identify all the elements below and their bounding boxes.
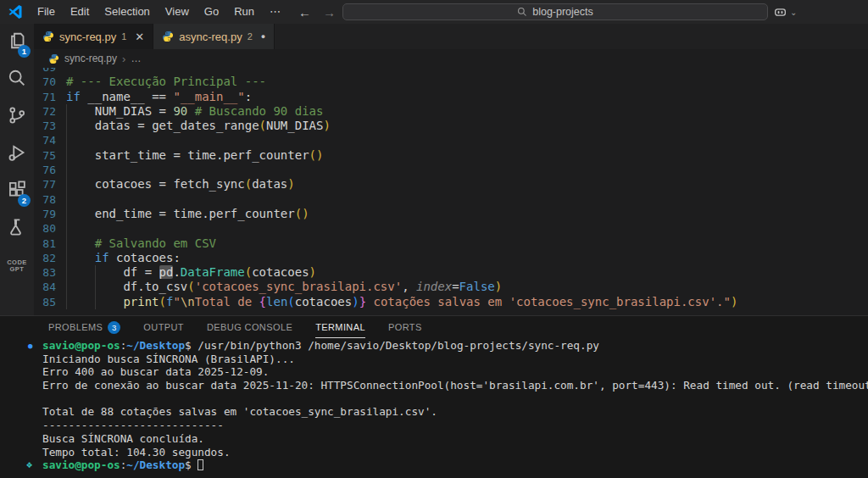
breadcrumb-more[interactable]: … — [131, 53, 141, 64]
indent-guide — [66, 133, 95, 147]
indent-guide — [66, 207, 95, 221]
forward-arrow-icon[interactable]: → — [323, 5, 336, 19]
indent-guide — [66, 148, 95, 163]
terminal[interactable]: ●savio@pop-os:~/Desktop$ /usr/bin/python… — [42, 339, 868, 478]
indent-guide — [66, 104, 95, 119]
tab-async-req[interactable]: async-req.py 2 ● — [153, 24, 275, 49]
line-number: 84 — [34, 280, 66, 294]
menu-selection[interactable]: Selection — [97, 0, 157, 24]
menu-⋯[interactable]: ⋯ — [262, 0, 288, 24]
tab-sync-req[interactable]: sync-req.py 1 ✕ — [34, 24, 153, 49]
code-token: " — [173, 295, 180, 308]
code-token: pd — [159, 265, 174, 279]
code-token: index — [416, 280, 452, 293]
code-token: ) — [495, 280, 502, 293]
panel-tabbar: PROBLEMS3OUTPUTDEBUG CONSOLETERMINALPORT… — [0, 316, 868, 338]
activity-item-explorer[interactable]: 1 — [0, 24, 34, 61]
code-token: () — [309, 148, 324, 162]
code-token: ( — [187, 280, 194, 293]
code-line[interactable]: 82if cotacoes: — [34, 251, 868, 265]
panel-tab-label: PORTS — [388, 322, 422, 332]
code-token: start_time = time.perf_counter — [95, 148, 309, 162]
code-token: DataFrame — [181, 265, 245, 279]
code-token: ) — [323, 119, 330, 132]
indent-guide — [66, 265, 95, 280]
code-line[interactable]: 84df.to_csv('cotacoes_sync_brasilapi.csv… — [34, 280, 868, 294]
code-line[interactable]: 80 — [34, 221, 868, 236]
code-token: ) — [309, 265, 316, 279]
terminal-text: ---------------------------- — [42, 419, 224, 431]
panel-tab-problems[interactable]: PROBLEMS3 — [48, 316, 120, 338]
panel-tab-debug-console[interactable]: DEBUG CONSOLE — [207, 316, 292, 338]
search-value: blog-projects — [532, 6, 593, 18]
panel-tab-label: PROBLEMS — [48, 322, 103, 332]
code-token: __name__ == — [81, 90, 174, 103]
activity-item-search[interactable] — [0, 61, 34, 98]
panel-tab-output[interactable]: OUTPUT — [143, 316, 184, 338]
code-line[interactable]: 85print(f"\nTotal de {len(cotacoes)} cot… — [34, 295, 868, 309]
terminal-text: Tempo total: 104.30 segundos. — [42, 446, 231, 459]
code-line[interactable]: 75start_time = time.perf_counter() — [34, 148, 868, 163]
close-icon[interactable]: ✕ — [135, 31, 144, 43]
source-control-icon — [7, 105, 27, 129]
indent-guide — [66, 119, 95, 133]
code-line[interactable]: 69 — [34, 68, 868, 75]
tab-problem-count: 2 — [248, 31, 253, 42]
code-line[interactable]: 78 — [34, 192, 868, 207]
code-line[interactable]: 71if __name__ == "__main__": — [34, 90, 868, 104]
line-number: 75 — [34, 148, 66, 163]
breadcrumb[interactable]: sync-req.py › … — [34, 49, 868, 68]
code-token: 'cotacoes_sync_brasilapi.csv' — [195, 280, 402, 293]
code-line[interactable]: 81# Salvando em CSV — [34, 236, 868, 251]
code-token: = — [452, 280, 459, 293]
activity-item-extensions[interactable]: 2 — [0, 173, 34, 210]
code-token: if — [66, 90, 81, 103]
code-token: ( — [259, 119, 266, 132]
activity-item-source-control[interactable] — [0, 98, 34, 136]
code-line[interactable]: 74 — [34, 133, 868, 147]
code-line[interactable]: 70# --- Execução Principal --- — [34, 75, 868, 89]
menu-file[interactable]: File — [30, 0, 63, 24]
terminal-line: ❖savio@pop-os:~/Desktop$ — [42, 459, 868, 472]
panel-tab-label: OUTPUT — [143, 322, 184, 332]
breadcrumb-separator: › — [122, 53, 125, 65]
menu-go[interactable]: Go — [197, 0, 226, 24]
code-token: cotacoes — [295, 295, 352, 308]
activity-item-testing[interactable] — [0, 210, 34, 247]
activity-item-codegpt[interactable]: CODEGPT — [0, 247, 34, 285]
panel-tab-terminal[interactable]: TERMINAL — [315, 316, 365, 338]
code-line[interactable]: 77cotacoes = fetch_sync(datas) — [34, 177, 868, 192]
menu-view[interactable]: View — [158, 0, 197, 24]
menu-edit[interactable]: Edit — [63, 0, 97, 24]
modified-dot-icon[interactable]: ● — [261, 32, 265, 41]
terminal-line: Iniciando busca SÍNCRONA (BrasilAPI)... — [42, 353, 868, 366]
code-token: ( — [287, 295, 294, 308]
back-arrow-icon[interactable]: ← — [298, 5, 311, 19]
activity-item-run-debug[interactable] — [0, 136, 34, 173]
code-token: { — [259, 295, 266, 308]
code-token: df.to_csv — [123, 280, 187, 293]
command-center-search[interactable]: blog-projects — [342, 3, 768, 20]
extensions-badge: 2 — [18, 194, 31, 207]
code-line[interactable]: 73datas = get_dates_range(NUM_DIAS) — [34, 119, 868, 133]
code-line[interactable]: 76 — [34, 163, 868, 177]
copilot-menu[interactable]: ⌄ — [773, 3, 797, 21]
terminal-line: Busca SÍNCRONA concluída. — [42, 432, 868, 446]
tab-filename: sync-req.py — [59, 31, 116, 43]
menu-run[interactable]: Run — [226, 0, 262, 24]
panel-tab-ports[interactable]: PORTS — [388, 316, 422, 338]
code-line[interactable]: 72NUM_DIAS = 90 # Buscando 90 dias — [34, 104, 868, 119]
code-line[interactable]: 79end_time = time.perf_counter() — [34, 207, 868, 221]
code-token: cotações salvas em 'cotacoes_sync_brasil… — [366, 295, 731, 308]
terminal-text: ~/Desktop — [126, 459, 185, 471]
command-decoration-spark-icon[interactable]: ❖ — [26, 459, 32, 472]
command-decoration-dot-icon[interactable]: ● — [28, 340, 32, 353]
tab-problem-count: 1 — [121, 31, 126, 42]
tab-filename: async-req.py — [179, 31, 242, 43]
editor-tabs: sync-req.py 1 ✕ async-req.py 2 ● — [34, 24, 868, 49]
code-editor[interactable]: 6970# --- Execução Principal ---71if __n… — [34, 68, 868, 315]
code-line[interactable]: 83df = pd.DataFrame(cotacoes) — [34, 265, 868, 280]
breadcrumb-file[interactable]: sync-req.py — [64, 53, 117, 64]
line-number: 74 — [34, 133, 66, 147]
line-number: 80 — [34, 221, 66, 236]
